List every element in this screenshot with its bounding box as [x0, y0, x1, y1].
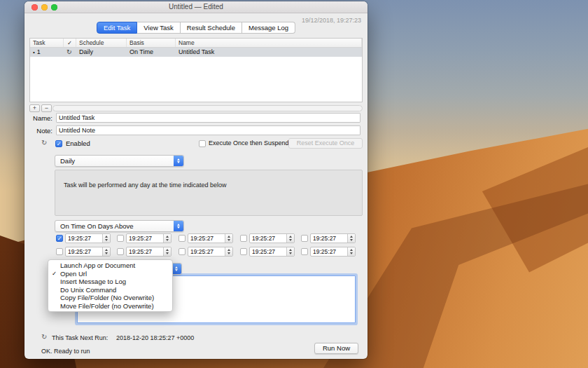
repeat-icon: ↻	[41, 139, 47, 146]
zoom-window-button[interactable]	[51, 4, 57, 11]
status-text: OK. Ready to run	[41, 348, 90, 355]
task-number-cell: •1	[30, 48, 64, 57]
time-field[interactable]: 19:25:27	[188, 247, 233, 257]
close-window-button[interactable]	[31, 4, 38, 11]
time-cell: 19:25:27	[117, 247, 172, 257]
table-row[interactable]: •1 ↻ Daily On Time Untitled Task	[30, 48, 362, 57]
clock-display: 19/12/2018, 19:27:23	[302, 17, 361, 24]
time-checkbox[interactable]	[240, 248, 247, 255]
frequency-description-text: Task will be performed any day at the ti…	[64, 182, 227, 189]
next-run-label: This Task Next Run:	[52, 334, 108, 341]
column-header-basis[interactable]: Basis	[127, 39, 176, 47]
frequency-select[interactable]: Daily	[55, 155, 184, 167]
time-field[interactable]: 19:25:27	[310, 247, 356, 257]
time-field[interactable]: 19:25:27	[65, 233, 111, 243]
enabled-checkbox[interactable]: ✓	[55, 140, 62, 147]
tab-edit-task[interactable]: Edit Task	[97, 22, 137, 34]
menu-item-launch-app[interactable]: Launch App or Document	[48, 261, 172, 270]
column-header-task[interactable]: Task	[30, 39, 64, 47]
time-stepper-icon[interactable]	[102, 247, 110, 256]
time-checkbox[interactable]	[301, 248, 308, 255]
time-checkbox[interactable]	[117, 248, 124, 255]
time-checkbox[interactable]	[56, 248, 63, 255]
time-stepper-icon[interactable]	[286, 247, 294, 256]
add-task-button[interactable]: +	[29, 104, 40, 112]
time-field[interactable]: 19:25:27	[188, 233, 233, 243]
time-field[interactable]: 19:25:27	[126, 233, 172, 243]
menu-item-unix-command[interactable]: Do Unix Command	[48, 286, 172, 294]
time-stepper-icon[interactable]	[163, 234, 171, 243]
tab-message-log[interactable]: Message Log	[242, 22, 295, 34]
time-value: 19:25:27	[250, 247, 286, 256]
horizontal-scrollbar[interactable]	[52, 105, 363, 111]
checkmark-icon: ✓	[52, 270, 57, 278]
time-stepper-icon[interactable]	[347, 234, 355, 243]
timing-select-value: On Time On Days Above	[55, 222, 174, 230]
frequency-description-panel: Task will be performed any day at the ti…	[55, 170, 363, 216]
tab-result-schedule[interactable]: Result Schedule	[181, 22, 242, 34]
note-input[interactable]	[56, 125, 360, 135]
time-cell: 19:25:27	[301, 233, 356, 243]
time-cell: 19:25:27	[240, 233, 295, 243]
time-checkbox[interactable]	[178, 248, 186, 255]
time-stepper-icon[interactable]	[286, 234, 294, 243]
time-stepper-icon[interactable]	[225, 247, 232, 256]
column-header-name[interactable]: Name	[176, 39, 362, 47]
time-value: 19:25:27	[66, 247, 102, 256]
time-checkbox[interactable]: ✓	[56, 235, 63, 242]
task-basis-cell: On Time	[127, 48, 176, 57]
minimize-window-button[interactable]	[41, 4, 48, 11]
time-checkbox[interactable]	[178, 235, 186, 242]
timing-select[interactable]: On Time On Days Above	[55, 220, 184, 232]
time-field[interactable]: 19:25:27	[65, 247, 111, 257]
time-stepper-icon[interactable]	[163, 247, 171, 256]
stepper-icon	[174, 156, 183, 166]
menu-item-copy-file[interactable]: Copy File/Folder (No Overwrite)	[48, 294, 172, 302]
time-field[interactable]: 19:25:27	[126, 247, 172, 257]
time-value: 19:25:27	[311, 234, 347, 243]
time-value: 19:25:27	[127, 247, 163, 256]
reset-execute-once-button[interactable]: Reset Execute Once	[288, 138, 363, 149]
column-header-schedule[interactable]: Schedule	[76, 39, 127, 47]
column-header-check[interactable]: ✓	[64, 39, 76, 47]
repeat-icon: ↻	[41, 333, 47, 341]
time-value: 19:25:27	[66, 234, 102, 243]
time-cell: 19:25:27	[301, 247, 356, 257]
time-stepper-icon[interactable]	[102, 234, 110, 243]
window-title: Untitled — Edited	[66, 3, 326, 11]
time-cell: 19:25:27	[178, 247, 233, 257]
next-run-value: 2018-12-20 18:25:27 +0000	[116, 334, 194, 341]
status-dot-icon: •	[33, 49, 35, 55]
time-cell: 19:25:27	[240, 247, 295, 257]
task-schedule-cell: Daily	[76, 48, 127, 57]
time-checkbox[interactable]	[117, 235, 124, 242]
time-field[interactable]: 19:25:27	[249, 233, 295, 243]
titlebar[interactable]: Untitled — Edited	[24, 1, 368, 13]
stepper-icon	[174, 221, 183, 231]
menu-item-move-file[interactable]: Move File/Folder (no Overwrite)	[48, 302, 172, 311]
time-value: 19:25:27	[311, 247, 347, 256]
time-stepper-icon[interactable]	[347, 247, 355, 256]
menu-item-insert-message[interactable]: Insert Message to Log	[48, 278, 172, 286]
time-field[interactable]: 19:25:27	[249, 247, 295, 257]
time-checkbox[interactable]	[301, 235, 308, 242]
name-input[interactable]	[56, 113, 360, 123]
note-label: Note:	[24, 127, 52, 135]
run-now-button[interactable]: Run Now	[314, 343, 358, 354]
app-window: Untitled — Edited 19/12/2018, 19:27:23 E…	[24, 1, 368, 359]
time-value: 19:25:27	[250, 234, 286, 243]
task-repeat-cell: ↻	[64, 48, 76, 57]
action-menu: Launch App or Document ✓Open Url Insert …	[48, 259, 173, 312]
time-checkbox[interactable]	[240, 235, 247, 242]
menu-item-open-url[interactable]: ✓Open Url	[48, 270, 172, 278]
time-stepper-icon[interactable]	[225, 234, 232, 243]
remove-task-button[interactable]: −	[41, 104, 52, 112]
name-label: Name:	[24, 114, 52, 122]
stepper-icon	[172, 264, 181, 274]
tab-view-task[interactable]: View Task	[137, 22, 180, 34]
execute-once-checkbox[interactable]	[199, 140, 206, 147]
time-cell: 19:25:27	[56, 247, 111, 257]
time-value: 19:25:27	[127, 234, 163, 243]
task-name-cell: Untitled Task	[176, 48, 362, 57]
time-field[interactable]: 19:25:27	[310, 233, 356, 243]
